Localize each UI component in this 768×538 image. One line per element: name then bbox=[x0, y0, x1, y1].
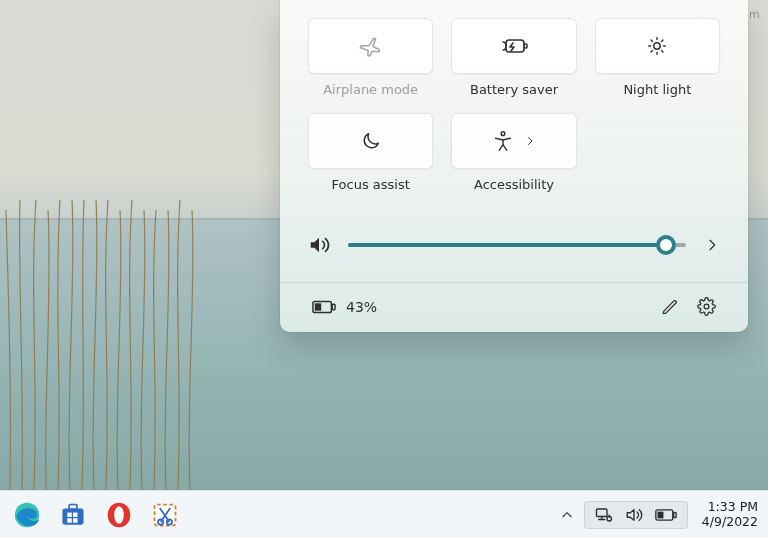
volume-slider[interactable] bbox=[348, 235, 686, 255]
desktop-wallpaper: wsxdn.com Airplane mode bbox=[0, 0, 768, 538]
taskbar-tray-area: 1:33 PM 4/9/2022 bbox=[554, 495, 758, 535]
slider-fill bbox=[348, 243, 666, 247]
quick-settings-footer: 43% bbox=[308, 283, 720, 332]
svg-rect-23 bbox=[73, 518, 77, 522]
svg-point-16 bbox=[704, 304, 709, 309]
svg-rect-37 bbox=[673, 512, 676, 517]
tile-battery-saver: Battery saver bbox=[451, 18, 576, 97]
svg-rect-14 bbox=[332, 304, 335, 310]
volume-icon[interactable] bbox=[308, 234, 330, 256]
tile-label: Night light bbox=[623, 82, 691, 97]
svg-rect-31 bbox=[596, 509, 607, 517]
taskbar: 1:33 PM 4/9/2022 bbox=[0, 490, 768, 538]
svg-rect-0 bbox=[506, 40, 524, 52]
svg-rect-15 bbox=[315, 303, 321, 310]
edge-icon bbox=[13, 501, 41, 529]
clock-time: 1:33 PM bbox=[702, 500, 758, 514]
accessibility-icon bbox=[492, 130, 514, 152]
svg-line-9 bbox=[651, 51, 652, 52]
svg-point-25 bbox=[114, 506, 124, 524]
taskbar-clock[interactable]: 1:33 PM 4/9/2022 bbox=[702, 500, 758, 529]
snipping-tool-icon bbox=[151, 501, 179, 529]
taskbar-app-edge[interactable] bbox=[6, 495, 48, 535]
taskbar-apps bbox=[6, 495, 186, 535]
chevron-right-icon bbox=[524, 135, 536, 147]
battery-percent-label: 43% bbox=[346, 299, 377, 315]
volume-output-flyout-button[interactable] bbox=[704, 237, 720, 253]
battery-saver-button[interactable] bbox=[451, 18, 576, 74]
system-tray[interactable] bbox=[584, 501, 688, 529]
wallpaper-grass bbox=[0, 170, 200, 490]
airplane-mode-button[interactable] bbox=[308, 18, 433, 74]
battery-tray-icon bbox=[655, 508, 677, 522]
night-light-icon bbox=[646, 35, 668, 57]
quick-settings-tiles: Airplane mode Battery saver bbox=[308, 18, 720, 192]
svg-point-11 bbox=[501, 132, 505, 136]
svg-line-8 bbox=[662, 51, 663, 52]
focus-assist-button[interactable] bbox=[308, 113, 433, 169]
tile-airplane-mode: Airplane mode bbox=[308, 18, 433, 97]
quick-settings-panel: Airplane mode Battery saver bbox=[280, 0, 748, 332]
tile-label: Airplane mode bbox=[323, 82, 418, 97]
volume-row bbox=[308, 234, 720, 256]
tile-night-light: Night light bbox=[595, 18, 720, 97]
tile-accessibility: Accessibility bbox=[451, 113, 576, 192]
opera-icon bbox=[105, 501, 133, 529]
svg-rect-38 bbox=[657, 511, 663, 518]
taskbar-app-opera[interactable] bbox=[98, 495, 140, 535]
battery-icon bbox=[312, 299, 336, 315]
footer-actions bbox=[661, 297, 716, 316]
svg-rect-19 bbox=[69, 504, 77, 509]
svg-rect-20 bbox=[67, 512, 71, 516]
settings-button[interactable] bbox=[697, 297, 716, 316]
tile-label: Battery saver bbox=[470, 82, 558, 97]
taskbar-app-ms-store[interactable] bbox=[52, 495, 94, 535]
edit-quick-settings-button[interactable] bbox=[661, 298, 679, 316]
network-icon bbox=[595, 506, 613, 524]
svg-marker-35 bbox=[627, 509, 634, 520]
svg-line-10 bbox=[662, 40, 663, 41]
battery-status[interactable]: 43% bbox=[312, 299, 377, 315]
clock-date: 4/9/2022 bbox=[702, 515, 758, 529]
slider-thumb[interactable] bbox=[656, 235, 676, 255]
svg-rect-21 bbox=[73, 512, 77, 516]
svg-line-7 bbox=[651, 40, 652, 41]
tray-overflow-button[interactable] bbox=[554, 495, 580, 535]
moon-icon bbox=[360, 130, 382, 152]
accessibility-button[interactable] bbox=[451, 113, 576, 169]
volume-tray-icon bbox=[625, 506, 643, 524]
ms-store-icon bbox=[60, 502, 86, 528]
night-light-button[interactable] bbox=[595, 18, 720, 74]
svg-marker-12 bbox=[311, 238, 319, 253]
taskbar-app-snipping[interactable] bbox=[144, 495, 186, 535]
svg-point-2 bbox=[654, 43, 660, 49]
tile-label: Accessibility bbox=[474, 177, 554, 192]
svg-rect-22 bbox=[67, 518, 71, 522]
airplane-icon bbox=[359, 34, 383, 58]
tile-focus-assist: Focus assist bbox=[308, 113, 433, 192]
svg-rect-1 bbox=[524, 44, 527, 48]
tile-label: Focus assist bbox=[332, 177, 410, 192]
battery-saver-icon bbox=[500, 36, 528, 56]
